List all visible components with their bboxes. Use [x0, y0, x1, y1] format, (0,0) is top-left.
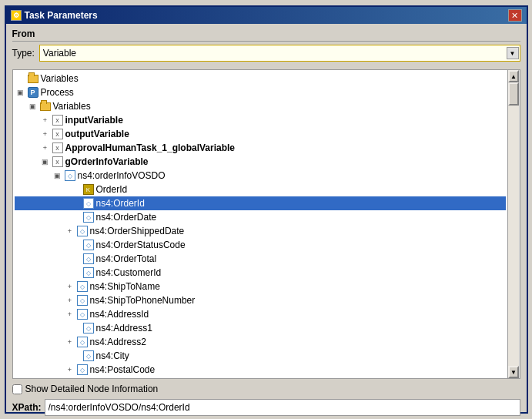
expand-icon[interactable]: +: [39, 128, 52, 140]
scrollbar[interactable]: ▲ ▼: [507, 70, 520, 378]
ns-shape: ◇: [83, 253, 94, 264]
expand-icon[interactable]: +: [64, 294, 76, 307]
xpath-input[interactable]: [45, 399, 520, 416]
ns-shape: ◇: [65, 170, 75, 181]
node-label: ns4:Address2: [90, 337, 146, 347]
ns-icon: ◇: [76, 280, 89, 293]
scroll-up-button[interactable]: ▲: [508, 70, 519, 82]
tree-node[interactable]: + ◇ ns4:ShipToPhoneNumber: [15, 293, 506, 307]
node-label: ns4:OrderDate: [96, 212, 157, 223]
expand-icon[interactable]: +: [64, 364, 76, 376]
ns-shape: ◇: [83, 240, 94, 250]
folder-icon: [27, 72, 39, 85]
ns-shape: ◇: [77, 337, 88, 347]
tree-node[interactable]: + ◇ ns4:OrderShippedDate: [15, 224, 506, 238]
node-label: ns4:ShipToPhoneNumber: [90, 295, 196, 306]
node-label: ns4:ShipToName: [90, 281, 160, 292]
tree-content: Variables ▣ P Process ▣: [15, 72, 518, 377]
main-content: From Type: Variable Expression Literal ▼: [6, 24, 527, 419]
node-label: ApprovalHumanTask_1_globalVariable: [65, 142, 236, 153]
tree-node[interactable]: + ◇ ns4:PostalCode: [15, 363, 506, 377]
tree-node[interactable]: + ◇ ns4:AddressId: [15, 307, 506, 321]
expand-icon[interactable]: ▣: [15, 86, 27, 99]
var-icon: x: [52, 114, 64, 126]
tree-node[interactable]: + ◇ ns4:ShipToName: [15, 280, 506, 293]
var-shape: x: [52, 115, 63, 126]
type-select-wrapper: Variable Expression Literal ▼: [39, 45, 520, 62]
show-detail-checkbox[interactable]: [12, 384, 22, 394]
expand-icon[interactable]: +: [64, 225, 76, 237]
folder-icon: [39, 100, 52, 112]
checkbox-row: Show Detailed Node Information: [12, 384, 520, 394]
window-icon: ⚙: [11, 10, 22, 21]
tree-node[interactable]: ▣ x gOrderInfoVariable: [15, 155, 506, 169]
node-label: ns4:OrderShippedDate: [90, 226, 185, 236]
expand-icon[interactable]: ▣: [39, 156, 52, 168]
tree-node[interactable]: ◇ ns4:OrderStatusCode: [15, 238, 506, 252]
var-shape: x: [52, 156, 63, 167]
title-bar: ⚙ Task Parameters ✕: [6, 7, 527, 24]
node-label: ns4:OrderStatusCode: [96, 240, 186, 250]
tree-node[interactable]: ◇ ns4:CustomerId: [15, 266, 506, 280]
tree-node[interactable]: ▣ ◇ ns4:orderInfoVOSDO: [15, 169, 506, 183]
expand-icon: [70, 350, 82, 362]
orderid-icon: K: [82, 183, 95, 196]
scroll-thumb[interactable]: [508, 82, 519, 106]
expand-icon[interactable]: +: [64, 280, 76, 293]
ns-icon: ◇: [82, 350, 95, 362]
checkbox-label: Show Detailed Node Information: [25, 384, 159, 394]
tree-container[interactable]: Variables ▣ P Process ▣: [12, 69, 520, 379]
tree-node[interactable]: K OrderId: [15, 183, 506, 196]
expand-icon[interactable]: ▣: [27, 100, 39, 112]
node-label: ns4:Address1: [96, 323, 152, 334]
ns-shape: ◇: [83, 212, 94, 223]
expand-icon: [70, 211, 82, 223]
task-parameters-window: ⚙ Task Parameters ✕ From Type: Variable …: [5, 5, 528, 414]
tree-node[interactable]: + x inputVariable: [15, 113, 506, 127]
tree-node[interactable]: Variables: [15, 72, 506, 85]
tree-node[interactable]: ▣ P Process: [15, 85, 506, 99]
node-label: ns4:AddressId: [90, 309, 149, 320]
node-label: ns4:OrderTotal: [96, 253, 157, 264]
ns-shape: ◇: [77, 364, 88, 375]
expand-icon[interactable]: +: [39, 142, 52, 154]
tree-node[interactable]: ◇ ns4:OrderTotal: [15, 252, 506, 266]
node-label: inputVariable: [65, 115, 123, 126]
tree-node[interactable]: + x outputVariable: [15, 127, 506, 141]
from-section: From Type: Variable Expression Literal ▼: [12, 28, 520, 65]
type-select[interactable]: Variable Expression Literal: [39, 45, 520, 62]
ns-shape: ◇: [77, 281, 88, 292]
ns-icon: ◇: [76, 308, 89, 320]
ns-icon: ◇: [82, 322, 95, 334]
ns-icon: ◇: [82, 239, 95, 251]
expand-icon[interactable]: +: [64, 336, 76, 348]
type-label: Type:: [12, 48, 35, 59]
tree-node[interactable]: ◇ ns4:City: [15, 349, 506, 363]
expand-icon[interactable]: +: [64, 308, 76, 320]
ns-shape: ◇: [83, 323, 94, 334]
scroll-down-button[interactable]: ▼: [508, 366, 519, 378]
ns-icon: ◇: [64, 169, 76, 182]
close-button[interactable]: ✕: [508, 9, 522, 22]
node-label: ns4:orderInfoVOSDO: [78, 170, 166, 181]
node-label: Variables: [53, 101, 91, 112]
expand-icon[interactable]: ▣: [52, 169, 64, 182]
ns-shape: ◇: [77, 295, 88, 306]
expand-icon[interactable]: [15, 72, 27, 85]
ns-shape: ◇: [77, 309, 88, 320]
tree-node[interactable]: ◇ ns4:OrderDate: [15, 210, 506, 224]
tree-node[interactable]: ▣ Variables: [15, 99, 506, 113]
ns-icon: ◇: [82, 197, 95, 210]
process-icon: P: [27, 86, 39, 99]
tree-node[interactable]: + x ApprovalHumanTask_1_globalVariable: [15, 141, 506, 155]
tree-node-selected[interactable]: ◇ ns4:OrderId: [15, 196, 506, 210]
ns-icon: ◇: [76, 294, 89, 307]
folder-shape: [28, 75, 38, 83]
expand-icon: [70, 239, 82, 251]
node-label: gOrderInfoVariable: [65, 156, 149, 167]
type-row: Type: Variable Expression Literal ▼: [12, 45, 520, 62]
tree-node[interactable]: + ◇ ns4:Address2: [15, 335, 506, 349]
expand-icon[interactable]: +: [39, 114, 52, 126]
process-shape: P: [28, 87, 38, 98]
tree-node[interactable]: ◇ ns4:Address1: [15, 321, 506, 335]
